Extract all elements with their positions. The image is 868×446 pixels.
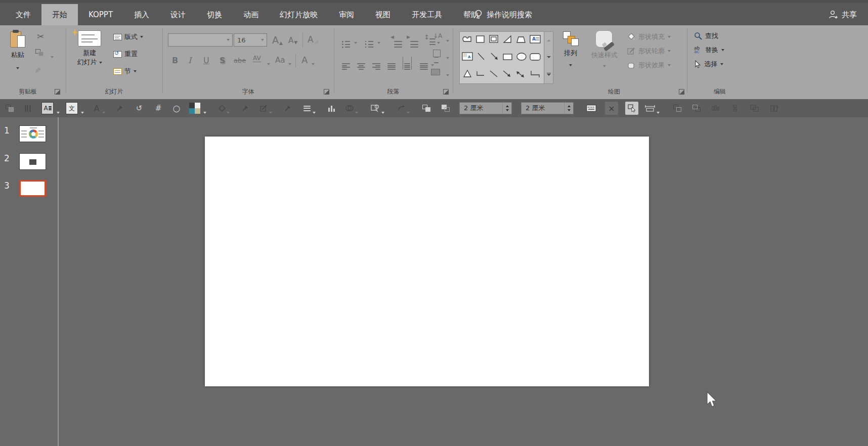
select-objects-button[interactable] (625, 102, 638, 115)
font-color-dropdown[interactable] (312, 59, 315, 68)
eyedropper-icon[interactable] (113, 102, 126, 115)
theme-colors-button[interactable] (189, 103, 200, 114)
new-slide-button[interactable]: 新建 幻灯片 (70, 28, 109, 84)
eyedropper-icon[interactable] (239, 102, 252, 115)
width-steppers[interactable] (502, 103, 511, 114)
character-spacing-button[interactable]: AV (253, 55, 261, 62)
paragraph-dialog-launcher[interactable] (443, 89, 449, 95)
merge-shapes-dropdown[interactable] (355, 107, 358, 117)
align-bottom-icon[interactable] (690, 102, 703, 115)
copy-button[interactable] (35, 49, 44, 58)
shrink-font-button[interactable]: A▼ (288, 36, 297, 45)
smartart-dropdown[interactable] (446, 70, 449, 79)
section-button[interactable]: 节 (113, 65, 137, 78)
tab-transitions[interactable]: 切换 (196, 4, 233, 25)
align-right-button[interactable] (372, 57, 380, 70)
undo-format-icon[interactable]: ↺ (133, 102, 146, 115)
font-dialog-launcher[interactable] (324, 89, 329, 95)
shape-fill-button[interactable]: 形状填充 (627, 32, 671, 41)
copy-dropdown[interactable] (51, 52, 54, 61)
height-steppers[interactable] (564, 103, 573, 114)
underline-button[interactable]: U (203, 56, 209, 65)
share-button[interactable]: 共享 (828, 4, 857, 25)
justify-button[interactable] (387, 57, 396, 70)
font-color-tool[interactable]: A (90, 102, 103, 115)
text-shadow-button[interactable]: S (220, 56, 226, 65)
tab-koppt[interactable]: KOPPT (78, 4, 123, 25)
tab-slideshow[interactable]: 幻灯片放映 (269, 4, 328, 25)
swap-columns-icon[interactable] (768, 102, 781, 115)
tell-me-search[interactable]: 操作说明搜索 (474, 4, 532, 25)
bring-forward-icon[interactable] (420, 102, 433, 115)
distribute-text-button[interactable] (403, 57, 412, 70)
clipboard-dialog-launcher[interactable] (55, 89, 60, 95)
tab-home[interactable]: 开始 (41, 4, 78, 25)
align-text-dropdown[interactable] (446, 53, 449, 62)
smartart-button[interactable] (431, 68, 440, 77)
tab-design[interactable]: 设计 (160, 4, 196, 25)
hash-grid-icon[interactable]: # (152, 102, 165, 115)
italic-button[interactable]: I (188, 56, 191, 65)
paste-button[interactable]: 粘贴 (4, 28, 31, 84)
shapes-gallery[interactable]: A |||A (459, 31, 544, 84)
eyedropper-icon[interactable] (281, 102, 294, 115)
align-center-button[interactable] (357, 57, 365, 70)
shape-width-spinner[interactable]: 2 厘米 (459, 102, 512, 114)
ellipse-tool-icon[interactable]: ○ (170, 102, 183, 115)
tab-file[interactable]: 文件 (5, 4, 41, 25)
align-text-button[interactable] (433, 50, 441, 60)
strikethrough-button[interactable]: abe (234, 57, 246, 64)
drawing-dialog-launcher[interactable] (679, 89, 684, 95)
slide-3-thumbnail-selected[interactable] (19, 180, 46, 197)
character-spacing-dropdown[interactable] (267, 59, 270, 68)
bullets-dropdown[interactable] (354, 37, 357, 47)
shape-height-spinner[interactable]: 2 厘米 (521, 102, 574, 114)
tab-developer[interactable]: 开发工具 (401, 4, 453, 25)
fill-bucket-dropdown[interactable] (227, 107, 230, 117)
grow-font-button[interactable]: A▲ (272, 34, 283, 46)
cut-button[interactable]: ✂ (33, 31, 48, 44)
shape-outline-button[interactable]: 形状轮廓 (627, 47, 671, 56)
tab-view[interactable]: 视图 (365, 4, 401, 25)
vertical-textbox-button[interactable]: 文 (66, 102, 78, 114)
select-button[interactable]: 选择 (694, 60, 723, 69)
delete-x-button[interactable]: × (605, 102, 618, 115)
thumbnail-panel-divider[interactable] (58, 117, 59, 446)
slide-canvas[interactable] (205, 137, 649, 386)
bold-button[interactable]: B (172, 56, 178, 65)
clear-formatting-button[interactable]: A◢ (308, 34, 318, 44)
chart-columns-icon[interactable] (325, 102, 338, 115)
distribute-objects-icon[interactable] (709, 102, 722, 115)
replace-button[interactable]: ab ac 替换 (694, 46, 724, 55)
arrange-button[interactable]: 排列 (557, 28, 584, 84)
outline-pen-icon[interactable] (257, 102, 270, 115)
textbox-dropdown[interactable] (57, 107, 60, 117)
combine-shapes-icon[interactable] (368, 102, 381, 115)
gallery-more-icon[interactable] (547, 73, 551, 76)
align-objects-icon[interactable] (300, 102, 314, 115)
font-size-dropdown[interactable] (258, 34, 267, 46)
vertical-textbox-dropdown[interactable] (81, 107, 84, 117)
font-size-combo[interactable]: 16 (234, 33, 267, 47)
paste-dropdown[interactable] (16, 67, 19, 69)
find-button[interactable]: 查找 (694, 31, 718, 40)
text-direction-button[interactable]: ↓A (433, 32, 442, 39)
quick-styles-button[interactable]: 快速样式 (586, 28, 623, 84)
change-case-button[interactable]: Aa (275, 56, 285, 65)
combine-shapes-dropdown[interactable] (381, 107, 384, 117)
bullets-button[interactable] (342, 34, 350, 48)
reset-button[interactable]: ↺ 重置 (113, 48, 138, 61)
picture-layout-icon[interactable] (748, 102, 761, 115)
numbering-button[interactable] (365, 34, 373, 48)
slide-1-thumbnail[interactable] (19, 125, 46, 142)
rotate-flip-dropdown[interactable] (407, 107, 410, 117)
insert-textbox-button[interactable]: A (41, 102, 54, 114)
tab-animations[interactable]: 动画 (233, 4, 269, 25)
theme-colors-dropdown[interactable] (203, 107, 206, 117)
measure-width-dropdown[interactable] (657, 107, 660, 117)
layout-button[interactable]: 版式 (113, 30, 143, 43)
align-left-button[interactable] (342, 57, 350, 70)
text-direction-dropdown[interactable] (446, 35, 449, 45)
font-name-combo[interactable] (168, 33, 233, 47)
group-objects-icon[interactable] (728, 102, 742, 115)
